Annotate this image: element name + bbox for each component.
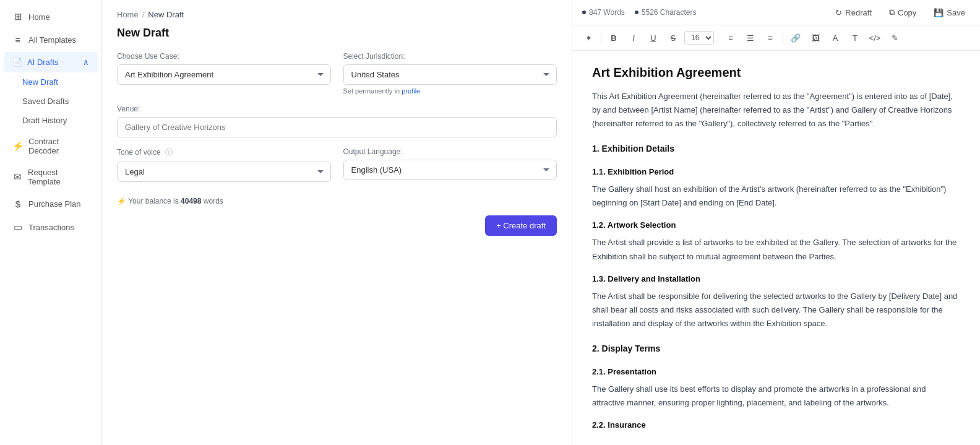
redraft-button[interactable]: ↻ Redraft [830, 6, 877, 20]
breadcrumb-separator: / [142, 10, 145, 19]
font-size-select[interactable]: 16 [684, 31, 714, 45]
profile-link[interactable]: profile [402, 87, 420, 95]
sidebar-item-transactions[interactable]: ▭ Transactions [4, 216, 98, 238]
image-button[interactable]: 🖼 [807, 29, 824, 46]
editor-panel: 847 Words 5526 Characters ↻ Redraft ⧉ Co… [572, 0, 980, 445]
link-button[interactable]: 🔗 [787, 29, 804, 46]
bold-button[interactable]: B [605, 29, 622, 46]
sidebar-label-ai-drafts: AI Drafts [27, 58, 59, 67]
section-2-heading: 2. Display Terms [592, 342, 960, 356]
jurisdiction-hint: Set permanently in profile [343, 87, 557, 95]
document-body: This Art Exhibition Agreement (hereinaft… [592, 90, 960, 432]
dollar-icon: $ [12, 199, 24, 209]
editor-stats: 847 Words 5526 Characters [582, 8, 697, 17]
unordered-list-button[interactable]: ≡ [722, 29, 739, 46]
save-button[interactable]: 💾 Save [929, 6, 970, 20]
subsec-1-1-heading: 1.1. Exhibition Period [592, 165, 960, 179]
sidebar-label-transactions: Transactions [28, 223, 74, 232]
sidebar-item-all-templates[interactable]: ≡ All Templates [4, 29, 98, 51]
venue-row: Venue: [117, 105, 557, 137]
redraft-icon: ↻ [835, 8, 842, 17]
sidebar-item-request-template[interactable]: ✉ Request Template [4, 162, 98, 192]
lightning-icon: ⚡ [12, 140, 24, 152]
copy-icon: ⧉ [889, 7, 895, 17]
chars-dot [635, 11, 638, 14]
sidebar-label-home: Home [28, 12, 50, 22]
venue-input[interactable] [117, 117, 557, 137]
text-style-button[interactable]: T [846, 29, 864, 46]
content-area: Home / New Draft New Draft Choose Use Ca… [102, 0, 980, 445]
editor-content[interactable]: Art Exhibition Agreement This Art Exhibi… [572, 51, 980, 445]
file-icon: 📄 [12, 58, 22, 67]
sidebar-item-contract-decoder[interactable]: ⚡ Contract Decoder [4, 131, 98, 161]
save-icon: 💾 [934, 8, 943, 17]
output-lang-col: Output Language: English (USA)English (U… [343, 147, 557, 182]
sidebar-group-header-ai-drafts[interactable]: 📄 AI Drafts ∧ [4, 52, 98, 72]
sidebar-sub-draft-history[interactable]: Draft History [4, 111, 98, 130]
grid-icon: ≡ [12, 35, 24, 45]
output-lang-select[interactable]: English (USA)English (UK)SpanishFrench [343, 160, 557, 180]
create-draft-button[interactable]: + Create draft [485, 215, 557, 236]
lightning-small-icon: ⚡ [117, 197, 126, 205]
card-icon: ▭ [12, 222, 24, 233]
use-case-col: Choose Use Case: Art Exhibition Agreemen… [117, 52, 331, 95]
subsec-1-3-text: The Artist shall be responsible for deli… [592, 290, 960, 331]
tone-select[interactable]: LegalFormalCasualFriendly [117, 162, 331, 182]
doc-intro: This Art Exhibition Agreement (hereinaft… [592, 90, 960, 131]
breadcrumb: Home / New Draft [117, 10, 557, 19]
font-color-button[interactable]: A [827, 29, 844, 46]
page-title: New Draft [117, 27, 557, 40]
subsec-1-1-text: The Gallery shall host an exhibition of … [592, 183, 960, 210]
subsec-2-1-heading: 2.1. Presentation [592, 365, 960, 379]
align-button[interactable]: ≡ [762, 29, 779, 46]
home-icon: ⊞ [12, 11, 24, 22]
subsec-1-2-text: The Artist shall provide a list of artwo… [592, 236, 960, 263]
tone-col: Tone of voice ⓘ LegalFormalCasualFriendl… [117, 147, 331, 182]
ordered-list-button[interactable]: ☰ [742, 29, 759, 46]
tone-lang-row: Tone of voice ⓘ LegalFormalCasualFriendl… [117, 147, 557, 182]
envelope-icon: ✉ [12, 171, 23, 183]
sidebar-sub-label-new-draft: New Draft [22, 77, 58, 87]
words-label: 847 Words [589, 8, 625, 17]
copy-button[interactable]: ⧉ Copy [884, 5, 921, 20]
sidebar-sub-saved-drafts[interactable]: Saved Drafts [4, 92, 98, 111]
magic-tool-button[interactable]: ✦ [580, 29, 597, 46]
jurisdiction-col: Select Jurisdiction: United StatesUnited… [343, 52, 557, 95]
use-case-select[interactable]: Art Exhibition AgreementService Agreemen… [117, 64, 331, 85]
sidebar-label-request-template: Request Template [28, 168, 89, 186]
main-content: Home / New Draft New Draft Choose Use Ca… [102, 0, 980, 445]
jurisdiction-select[interactable]: United StatesUnited KingdomCanadaAustral… [343, 64, 557, 85]
italic-button[interactable]: I [625, 29, 642, 46]
use-case-label: Choose Use Case: [117, 52, 331, 61]
subsec-2-1-text: The Gallery shall use its best efforts t… [592, 382, 960, 410]
sidebar-label-purchase-plan: Purchase Plan [28, 199, 81, 209]
breadcrumb-current: New Draft [148, 10, 184, 19]
sidebar: ⊞ Home ≡ All Templates 📄 AI Drafts ∧ New… [0, 0, 102, 445]
sidebar-item-purchase-plan[interactable]: $ Purchase Plan [4, 193, 98, 215]
sidebar-item-home[interactable]: ⊞ Home [4, 6, 98, 28]
highlight-button[interactable]: ✎ [886, 29, 903, 46]
sidebar-label-all-templates: All Templates [28, 35, 76, 45]
section-1-heading: 1. Exhibition Details [592, 142, 960, 157]
editor-actions: ↻ Redraft ⧉ Copy 💾 Save [830, 5, 970, 20]
subsec-1-3-heading: 1.3. Delivery and Installation [592, 272, 960, 286]
word-count: 847 Words [582, 8, 625, 17]
balance-amount: 40498 [181, 197, 201, 205]
code-button[interactable]: </> [866, 29, 883, 46]
tone-info-icon: ⓘ [165, 148, 173, 157]
document-title: Art Exhibition Agreement [592, 66, 960, 80]
toolbar-sep-2 [718, 32, 718, 44]
strikethrough-button[interactable]: S̶ [664, 29, 682, 46]
venue-label: Venue: [117, 105, 557, 113]
chars-label: 5526 Characters [642, 8, 697, 17]
sidebar-group-ai-drafts: 📄 AI Drafts ∧ New Draft Saved Drafts Dra… [4, 52, 98, 130]
sidebar-label-contract-decoder: Contract Decoder [28, 137, 89, 155]
sidebar-sub-label-draft-history: Draft History [22, 116, 67, 125]
sidebar-sub-new-draft[interactable]: New Draft [4, 72, 98, 92]
chevron-up-icon: ∧ [83, 58, 89, 67]
toolbar-sep-1 [601, 32, 601, 44]
tone-label: Tone of voice ⓘ [117, 147, 331, 158]
words-dot [582, 11, 586, 14]
underline-button[interactable]: U [645, 29, 662, 46]
breadcrumb-home[interactable]: Home [117, 10, 139, 19]
